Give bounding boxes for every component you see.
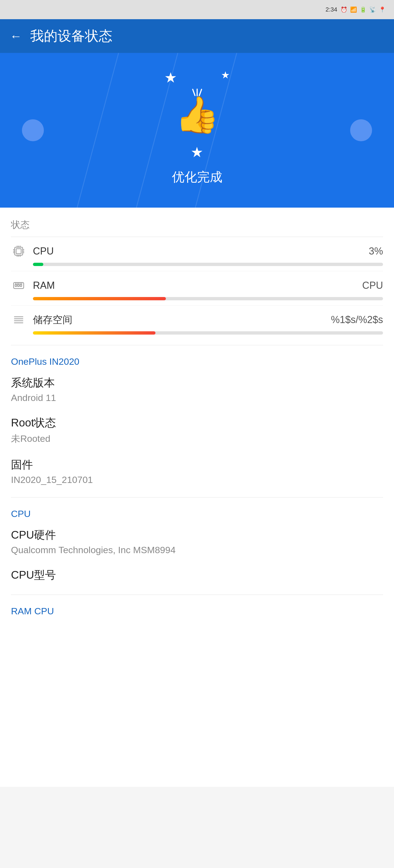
hero-stars-top: ★ ★ (164, 69, 230, 86)
cpu-section: CPU CPU硬件 Qualcomm Technologies, Inc MSM… (0, 497, 394, 583)
cpu-status-item: CPU 3% (11, 237, 383, 271)
cpu-section-title: CPU (11, 508, 383, 519)
ram-status-row: RAM CPU (11, 278, 383, 293)
system-version-value: Android 11 (11, 393, 383, 403)
alarm-icon: ⏰ (340, 6, 348, 13)
device-title: OnePlus IN2020 (11, 356, 383, 367)
storage-progress-container (33, 331, 383, 335)
ram-status-item: RAM CPU (11, 271, 383, 306)
battery-icon: 🔋 (360, 6, 367, 13)
cpu-hardware-label: CPU硬件 (11, 527, 383, 542)
hero-content: ★ ★ 👍 ★ 优化完成 (164, 69, 230, 186)
svg-rect-20 (15, 284, 17, 286)
ram-status-left: RAM (11, 278, 55, 293)
thumbs-up-icon: 👍 (175, 94, 219, 136)
storage-status-row: 储存空间 %1$s/%2$s (11, 312, 383, 328)
star-icon-left: ★ (164, 69, 177, 86)
ram-progress-container (33, 297, 383, 300)
ray-1 (192, 89, 196, 96)
ram-progress-fill (33, 297, 166, 300)
storage-status-left: 储存空间 (11, 312, 72, 328)
hero-section: ★ ★ 👍 ★ 优化完成 (0, 53, 394, 208)
ray-3 (198, 89, 202, 96)
main-content: 状态 (0, 208, 394, 787)
cpu-model-item: CPU型号 (11, 567, 383, 583)
ram-cpu-title: RAM CPU (11, 606, 383, 617)
firmware-label: 固件 (11, 457, 383, 472)
storage-icon (11, 312, 26, 328)
status-icons: ⏰ 📶 🔋 📡 📍 (340, 6, 386, 13)
star-icon-bottom: ★ (191, 144, 203, 160)
cpu-label: CPU (33, 245, 54, 257)
app-bar: ← 我的设备状态 (0, 19, 394, 53)
ram-label: RAM (33, 280, 55, 291)
cpu-progress-container (33, 263, 383, 266)
star-icon-right: ★ (221, 69, 230, 86)
signal-icon: 📶 (350, 6, 357, 13)
storage-status-item: 储存空间 %1$s/%2$s (11, 306, 383, 340)
ram-cpu-section: RAM CPU (0, 595, 394, 760)
star-bottom: ★ (191, 144, 203, 160)
hero-circle-left (22, 119, 44, 141)
bottom-padding (0, 760, 394, 787)
status-section-label: 状态 (0, 208, 394, 237)
firmware-value: IN2020_15_210701 (11, 474, 383, 485)
cpu-hardware-item: CPU硬件 Qualcomm Technologies, Inc MSM8994 (11, 527, 383, 555)
status-items-list: CPU 3% (0, 237, 394, 340)
firmware-item: 固件 IN2020_15_210701 (11, 457, 383, 485)
storage-value: %1$s/%2$s (331, 314, 383, 326)
cpu-status-left: CPU (11, 244, 54, 259)
ram-value: CPU (362, 280, 383, 291)
cpu-status-row: CPU 3% (11, 244, 383, 259)
cpu-hardware-value: Qualcomm Technologies, Inc MSM8994 (11, 545, 383, 555)
device-section: OnePlus IN2020 系统版本 Android 11 Root状态 未R… (0, 345, 394, 485)
svg-rect-1 (16, 249, 21, 254)
system-version-item: 系统版本 Android 11 (11, 375, 383, 403)
cpu-icon (11, 244, 26, 259)
root-status-item: Root状态 未Rooted (11, 415, 383, 445)
ram-icon (11, 278, 26, 293)
cpu-progress-fill (33, 263, 43, 266)
status-time: 2:34 (325, 6, 337, 13)
storage-label: 储存空间 (33, 313, 72, 327)
network-icon: 📡 (369, 6, 376, 13)
hero-circle-right (350, 119, 372, 141)
ray-2 (197, 89, 198, 96)
back-button[interactable]: ← (10, 29, 22, 43)
page-title: 我的设备状态 (30, 27, 112, 45)
storage-progress-fill (33, 331, 156, 335)
cpu-value: 3% (369, 245, 383, 257)
root-status-label: Root状态 (11, 415, 383, 430)
root-status-value: 未Rooted (11, 433, 383, 445)
hero-subtitle: 优化完成 (172, 169, 222, 186)
svg-rect-22 (20, 284, 22, 286)
location-icon: 📍 (379, 6, 386, 13)
status-bar: 2:34 ⏰ 📶 🔋 📡 📍 (0, 0, 394, 19)
thumb-rays (193, 89, 201, 96)
system-version-label: 系统版本 (11, 375, 383, 390)
cpu-model-label: CPU型号 (11, 567, 383, 583)
svg-rect-21 (18, 284, 19, 286)
